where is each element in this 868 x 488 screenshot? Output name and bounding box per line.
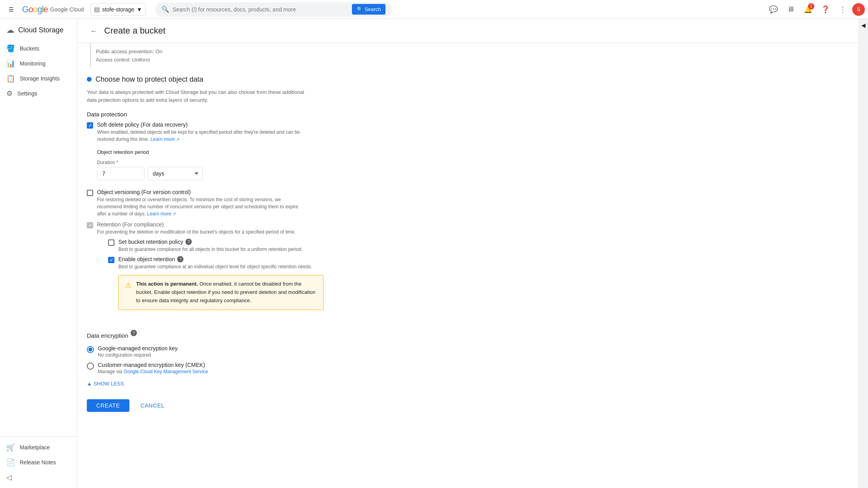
enable-object-retention-desc: Best to guarantee compliance at an indiv… xyxy=(118,263,324,270)
show-less-label: SHOW LESS xyxy=(94,381,124,387)
cmek-key-desc: Manage via Google Cloud Key Management S… xyxy=(98,369,208,374)
collapse-icon: ◁ xyxy=(6,473,12,481)
google-cloud-logo[interactable]: Google Google Cloud xyxy=(22,4,84,15)
collapse-sidebar-button[interactable]: ◁ xyxy=(0,470,77,485)
cmek-key-radio[interactable] xyxy=(87,363,94,370)
search-input[interactable] xyxy=(172,6,347,13)
search-icon-btn: 🔍 xyxy=(357,6,363,12)
warning-box: ⚠ This action is permanent. Once enabled… xyxy=(118,275,324,310)
sidebar-item-label: Buckets xyxy=(20,45,39,52)
duration-unit-select[interactable]: days weeks months xyxy=(148,167,203,180)
sidebar-item-label: Settings xyxy=(17,90,37,97)
cancel-button[interactable]: CANCEL xyxy=(134,399,171,412)
duration-field-group: Duration * days weeks months xyxy=(97,160,302,180)
sidebar-item-label: Marketplace xyxy=(20,444,50,451)
object-versioning-desc: For restoring deleted or overwritten obj… xyxy=(97,196,302,217)
notification-badge: 1 xyxy=(808,3,814,9)
project-folder-icon: ▤ xyxy=(94,6,100,13)
page-title: Create a bucket xyxy=(104,26,165,36)
menu-icon[interactable]: ☰ xyxy=(3,2,19,17)
sidebar-item-label: Storage Insights xyxy=(20,75,60,82)
enable-object-retention-help-icon[interactable]: ? xyxy=(177,256,183,262)
screen-icon-button[interactable]: 🖥 xyxy=(783,2,799,17)
more-options-button[interactable]: ⋮ xyxy=(835,2,851,17)
page-header: ← Create a bucket xyxy=(77,19,859,43)
release-notes-icon: 📄 xyxy=(6,458,15,467)
more-icon: ⋮ xyxy=(839,5,846,14)
object-versioning-checkbox[interactable] xyxy=(87,190,93,196)
sidebar-item-release-notes[interactable]: 📄 Release Notes xyxy=(0,455,74,470)
sidebar-item-settings[interactable]: ⚙ Settings xyxy=(0,86,74,101)
sidebar-item-label: Monitoring xyxy=(20,60,45,67)
sidebar-title: Cloud Storage xyxy=(18,26,64,34)
chat-icon: 💬 xyxy=(769,5,778,14)
object-versioning-label: Object versioning (For version control) xyxy=(97,189,302,195)
create-button[interactable]: CREATE xyxy=(87,399,129,412)
enable-object-retention-checkbox[interactable] xyxy=(108,257,114,263)
show-less-icon: ▲ xyxy=(87,381,92,387)
section-dot xyxy=(87,77,92,82)
topbar-right: 💬 🖥 🔔 1 ❓ ⋮ S xyxy=(765,2,865,17)
retention-checkbox xyxy=(87,222,93,228)
warning-icon: ⚠ xyxy=(125,281,131,305)
help-icon-button[interactable]: ❓ xyxy=(817,2,833,17)
chat-icon-button[interactable]: 💬 xyxy=(765,2,781,17)
soft-delete-desc: When enabled, deleted objects will be ke… xyxy=(97,129,302,143)
soft-delete-row: Soft delete policy (For data recovery) W… xyxy=(87,122,849,185)
set-retention-policy-label: Set bucket retention policy xyxy=(118,239,183,245)
google-managed-key-row: Google-managed encryption key No configu… xyxy=(87,345,849,358)
sidebar-item-marketplace[interactable]: 🛒 Marketplace xyxy=(0,440,74,455)
soft-delete-learn-more-link[interactable]: Learn more xyxy=(150,136,174,142)
notification-button[interactable]: 🔔 1 xyxy=(800,2,816,17)
data-encryption-title: Data encryption xyxy=(87,332,128,339)
main-content: ← Create a bucket Public access preventi… xyxy=(77,19,859,488)
sidebar-item-label: Release Notes xyxy=(20,459,56,466)
right-panel-toggle[interactable]: ◀ xyxy=(859,19,868,488)
avatar[interactable]: S xyxy=(852,3,865,16)
kms-link[interactable]: Google Cloud Key Management Service xyxy=(123,369,208,374)
google-managed-key-label: Google-managed encryption key xyxy=(98,345,178,352)
storage-insights-icon: 📋 xyxy=(6,74,15,83)
screen-icon: 🖥 xyxy=(787,5,794,13)
google-managed-key-radio[interactable] xyxy=(87,346,94,353)
show-less-button[interactable]: ▲ SHOW LESS xyxy=(87,381,849,387)
access-control-info: Access control: Uniform xyxy=(96,56,849,64)
sidebar-item-storage-insights[interactable]: 📋 Storage Insights xyxy=(0,71,74,86)
data-encryption-section: Data encryption ? Google-managed encrypt… xyxy=(87,326,849,374)
soft-delete-checkbox[interactable] xyxy=(87,122,93,129)
retention-desc: For preventing the deletion or modificat… xyxy=(97,228,302,236)
cmek-key-row: Customer-managed encryption key (CMEK) M… xyxy=(87,362,849,374)
back-icon: ← xyxy=(90,26,98,36)
help-icon: ❓ xyxy=(821,5,830,14)
back-button[interactable]: ← xyxy=(87,24,101,38)
project-selector[interactable]: ▤ stofe-storage ▼ xyxy=(90,3,146,16)
sidebar-item-buckets[interactable]: 🪣 Buckets xyxy=(0,41,74,56)
sidebar-header: ☁ Cloud Storage xyxy=(0,22,77,41)
google-managed-key-desc: No configuration required xyxy=(98,352,178,358)
section-description: Your data is always protected with Cloud… xyxy=(87,88,308,105)
sidebar-item-monitoring[interactable]: 📊 Monitoring xyxy=(0,56,74,71)
data-encryption-help-icon[interactable]: ? xyxy=(131,330,137,336)
cmek-key-label: Customer-managed encryption key (CMEK) xyxy=(98,362,208,368)
search-button[interactable]: 🔍 Search xyxy=(352,4,385,15)
chevron-down-icon: ▼ xyxy=(137,6,142,13)
duration-label: Duration * xyxy=(97,160,302,165)
enable-object-retention-row: Enable object retention ? Best to guaran… xyxy=(108,256,324,314)
duration-input[interactable] xyxy=(97,167,144,180)
content-area: Public access prevention: On Access cont… xyxy=(77,43,859,434)
set-retention-policy-checkbox[interactable] xyxy=(108,239,114,246)
buckets-icon: 🪣 xyxy=(6,44,15,53)
data-protection-title: Data protection xyxy=(87,111,849,118)
set-retention-policy-row: Set bucket retention policy ? Best to gu… xyxy=(108,239,324,253)
cloud-storage-icon: ☁ xyxy=(6,25,14,35)
object-versioning-learn-more-link[interactable]: Learn more xyxy=(147,211,171,217)
section-header: Choose how to protect object data xyxy=(87,75,849,84)
object-versioning-row: Object versioning (For version control) … xyxy=(87,189,849,217)
soft-delete-label: Soft delete policy (For data recovery) xyxy=(97,122,302,128)
marketplace-icon: 🛒 xyxy=(6,443,15,452)
project-name: stofe-storage xyxy=(102,6,135,13)
topbar: ☰ Google Google Cloud ▤ stofe-storage ▼ … xyxy=(0,0,868,19)
action-bar: CREATE CANCEL xyxy=(87,393,849,418)
set-retention-policy-help-icon[interactable]: ? xyxy=(185,239,192,245)
retention-period-section: Object retention period Duration * days … xyxy=(97,149,302,180)
